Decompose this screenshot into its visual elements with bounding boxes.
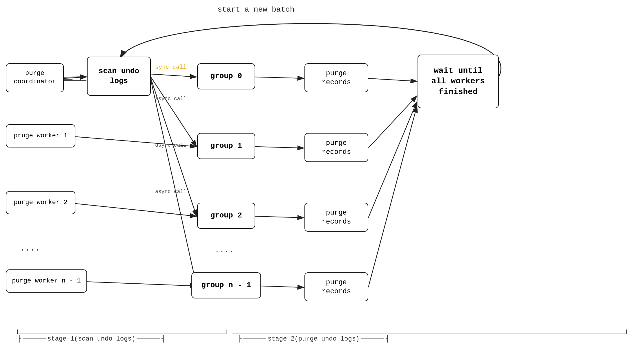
purge-worker2-node: purge worker 2	[6, 191, 75, 214]
group2-label: group 2	[210, 211, 242, 221]
arrows-svg	[0, 0, 644, 360]
svg-line-2	[64, 77, 86, 78]
svg-line-10	[255, 77, 304, 78]
svg-line-6	[151, 74, 197, 77]
async-call-3-label: async call	[155, 189, 186, 195]
async-call-2-label: async call	[155, 142, 186, 148]
group0-label: group 0	[210, 71, 242, 81]
purge-records-2-label: purge records	[310, 208, 363, 226]
scan-undo-logs-label: scan undologs	[99, 66, 139, 86]
purge-records-n1-label: purge records	[310, 278, 363, 296]
groupn1-node: group n - 1	[191, 272, 261, 298]
group1-node: group 1	[197, 133, 255, 159]
group2-node: group 2	[197, 203, 255, 229]
svg-line-15	[368, 96, 417, 148]
groupn1-label: group n - 1	[201, 280, 251, 290]
svg-line-19	[72, 203, 197, 216]
svg-line-17	[368, 106, 417, 287]
purge-records-1-label: purge records	[310, 138, 363, 156]
purge-workern1-node: purge worker n - 1	[6, 269, 87, 293]
sync-call-label: sync call	[155, 64, 186, 71]
dots-workers-label: ....	[20, 244, 40, 253]
svg-line-7	[151, 77, 197, 147]
purge-records-0-node: purge records	[304, 63, 368, 92]
svg-line-14	[368, 78, 417, 81]
svg-line-11	[255, 147, 304, 148]
dots-groups-label: ....	[215, 245, 234, 254]
wait-until-label: wait untilall workersfinished	[431, 66, 485, 97]
purge-coordinator-node: purge coordinator	[6, 63, 64, 92]
start-new-batch-label: start a new batch	[217, 5, 294, 14]
purge-coordinator-label: purge coordinator	[11, 69, 59, 86]
svg-line-9	[151, 80, 197, 286]
svg-line-20	[84, 282, 197, 286]
purge-worker1-label: pruge worker 1	[14, 132, 68, 140]
purge-records-1-node: purge records	[304, 133, 368, 162]
purge-records-2-node: purge records	[304, 203, 368, 232]
svg-line-16	[368, 102, 417, 218]
scan-undo-logs-node: scan undologs	[87, 57, 151, 96]
stage1-label: ├stage 1(scan undo logs)┤	[17, 335, 165, 343]
group0-node: group 0	[197, 63, 255, 89]
purge-worker1-node: pruge worker 1	[6, 124, 75, 147]
svg-line-12	[255, 216, 304, 218]
stage2-label: ├stage 2(purge undo logs)┤	[238, 335, 389, 343]
purge-records-n1-node: purge records	[304, 272, 368, 301]
purge-records-0-label: purge records	[310, 69, 363, 87]
diagram-container: purge coordinator scan undologs group 0 …	[0, 0, 644, 360]
svg-line-4	[64, 77, 86, 77]
wait-until-node: wait untilall workersfinished	[418, 55, 499, 108]
group1-label: group 1	[210, 141, 242, 151]
svg-line-13	[261, 286, 304, 287]
async-call-1-label: async call	[155, 96, 186, 102]
purge-worker2-label: purge worker 2	[14, 199, 68, 207]
purge-workern1-label: purge worker n - 1	[12, 277, 81, 285]
